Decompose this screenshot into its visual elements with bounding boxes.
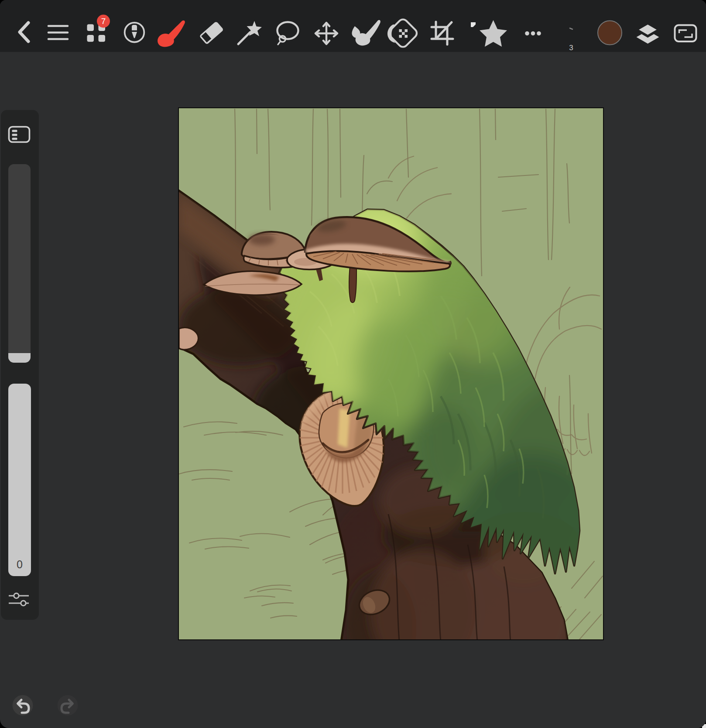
svg-text:7: 7 [101, 17, 106, 26]
svg-text:3: 3 [569, 44, 573, 52]
